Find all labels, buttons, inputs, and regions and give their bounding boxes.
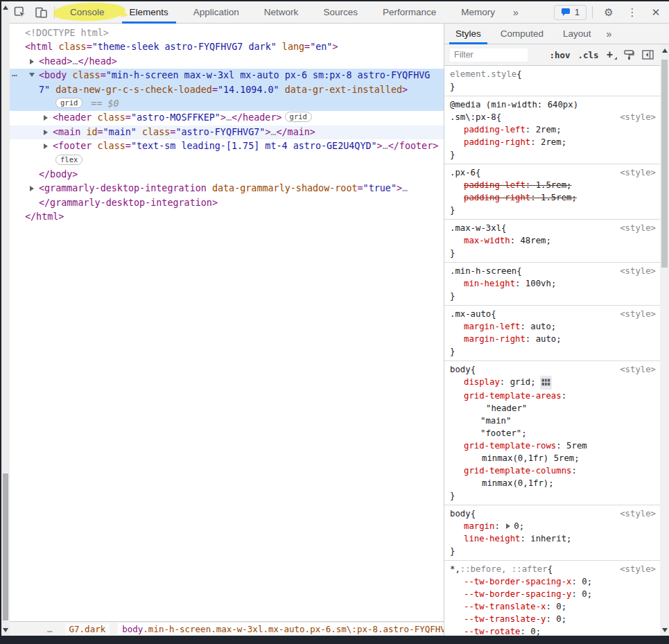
css-property[interactable]: grid-template-areas: xyxy=(450,390,657,402)
expand-shorthand-icon[interactable] xyxy=(506,523,510,529)
inspect-element-icon[interactable] xyxy=(10,1,31,24)
css-property[interactable]: padding-right: 2rem; xyxy=(450,136,657,148)
rule-selector[interactable]: .mx-auto {<style> xyxy=(450,308,657,320)
node-head[interactable]: <head>…</head> xyxy=(10,55,444,69)
page-scrollbar-thumb[interactable] xyxy=(3,473,8,620)
node-html-close[interactable]: </html> xyxy=(10,210,444,224)
node-grammarly-close[interactable]: </grammarly-desktop-integration> xyxy=(10,196,444,210)
css-property[interactable]: --tw-rotate: 0; xyxy=(450,625,657,636)
node-overflow-menu-icon[interactable]: ⋯ xyxy=(12,69,17,82)
tab-performance[interactable]: Performance xyxy=(372,1,447,24)
adorner-badge-grid[interactable]: grid xyxy=(55,98,82,108)
stylesheet-link[interactable]: <style> xyxy=(620,363,657,376)
tab-memory[interactable]: Memory xyxy=(450,1,506,24)
tab-console[interactable]: Console xyxy=(59,1,116,24)
stylesheet-link[interactable]: <style> xyxy=(620,563,657,575)
tab-sources[interactable]: Sources xyxy=(312,1,369,24)
kebab-menu-icon[interactable]: ⋮ xyxy=(622,1,643,24)
tab-application[interactable]: Application xyxy=(182,1,250,24)
css-property[interactable]: --tw-translate-x: 0; xyxy=(450,600,657,613)
css-property[interactable]: --tw-translate-y: 0; xyxy=(450,613,657,625)
sidebar-tab-styles[interactable]: Styles xyxy=(446,24,491,44)
rule-selector[interactable]: .px-6 {<style> xyxy=(450,166,657,179)
css-property[interactable]: line-height: inherit; xyxy=(450,532,657,545)
css-property[interactable]: margin-right: auto; xyxy=(450,333,657,345)
css-property[interactable]: margin-left: auto; xyxy=(450,320,657,333)
sidebar-toggle-icon[interactable] xyxy=(642,50,654,60)
rule-selector[interactable]: *, ::before, ::after {<style> xyxy=(450,563,657,575)
node-body-close[interactable]: </body> xyxy=(10,168,444,182)
page-scrollbar[interactable] xyxy=(1,1,10,636)
rule-selector[interactable]: element.style { xyxy=(450,68,657,80)
window-edge-bottom xyxy=(0,636,669,644)
stylesheet-link[interactable]: <style> xyxy=(620,111,657,123)
class-toggle[interactable]: .cls xyxy=(578,50,599,60)
rule-selector[interactable]: body {<style> xyxy=(450,363,657,376)
more-tabs-button[interactable]: » xyxy=(507,7,524,18)
node-html-open[interactable]: <html class="theme-sleek astro-FYQFHVG7 … xyxy=(10,40,444,54)
node-body-open[interactable]: ⋯<body class="min-h-screen max-w-3xl mx-… xyxy=(10,69,444,97)
css-property[interactable]: padding-right: 1.5rem; xyxy=(450,191,657,204)
stylesheet-link[interactable]: <style> xyxy=(620,222,657,234)
css-property[interactable]: display: grid; xyxy=(450,376,657,390)
rendering-paint-icon[interactable] xyxy=(623,49,634,60)
breadcrumb-overflow-left[interactable]: … xyxy=(43,623,57,635)
open-brace: { xyxy=(516,68,521,80)
device-toolbar-icon[interactable] xyxy=(31,1,51,24)
styles-scrollbar[interactable] xyxy=(660,44,669,636)
node-body-adorners[interactable]: grid == $0 xyxy=(10,97,444,111)
node-doctype[interactable]: <!DOCTYPE html> xyxy=(10,26,444,40)
stylesheet-link[interactable]: <style> xyxy=(620,265,657,277)
node-main[interactable]: <main id="main" class="astro-FYQFHVG7">…… xyxy=(10,125,444,139)
rule-selector[interactable]: body {<style> xyxy=(450,507,657,520)
scroll-up-arrow-icon[interactable] xyxy=(3,6,8,10)
node-footer[interactable]: <footer class="text-sm leading-[1.75] mt… xyxy=(10,139,444,153)
pseudo-state-toggle[interactable]: :hov xyxy=(549,50,570,60)
node-grammarly-open[interactable]: <grammarly-desktop-integration data-gram… xyxy=(10,182,444,195)
css-property[interactable]: padding-left: 2rem; xyxy=(450,123,657,136)
issues-button[interactable]: 1 xyxy=(554,5,587,20)
css-property[interactable]: max-width: 48rem; xyxy=(450,234,657,247)
css-property[interactable]: grid-template-columns: xyxy=(450,464,657,477)
rule-selector[interactable]: .max-w-3xl {<style> xyxy=(450,222,657,234)
css-property[interactable]: --tw-border-spacing-y: 0; xyxy=(450,588,657,600)
breadcrumb-body[interactable]: body.min-h-screen.max-w-3xl.mx-auto.px-6… xyxy=(118,623,444,635)
rule-selector[interactable]: .min-h-screen {<style> xyxy=(450,265,657,277)
new-style-rule-button[interactable]: + xyxy=(607,49,613,61)
styles-filter-input[interactable] xyxy=(450,49,528,62)
sidebar-more-tabs-button[interactable]: » xyxy=(601,28,618,40)
node-header[interactable]: <header class="astro-MOSFFKEP">…</header… xyxy=(10,111,444,125)
expand-arrow-icon[interactable] xyxy=(44,130,48,135)
settings-gear-icon[interactable]: ⚙ xyxy=(598,1,619,24)
styles-scroll-down-icon[interactable] xyxy=(662,628,668,632)
expand-arrow-icon[interactable] xyxy=(30,186,34,191)
close-devtools-icon[interactable]: ✕ xyxy=(645,1,666,24)
media-query: @media (min-width: 640px) xyxy=(450,98,657,111)
node-footer-adorner[interactable]: flex xyxy=(10,154,444,168)
sidebar-tab-computed[interactable]: Computed xyxy=(491,24,553,44)
adorner-badge-flex[interactable]: flex xyxy=(55,155,82,165)
css-property[interactable]: grid-template-rows: 5rem xyxy=(450,440,657,452)
expand-arrow-icon[interactable] xyxy=(44,115,48,121)
breadcrumb-html[interactable]: G7.dark xyxy=(65,623,110,635)
stylesheet-link[interactable]: <style> xyxy=(620,507,657,520)
scroll-down-arrow-icon[interactable] xyxy=(3,628,8,632)
css-property[interactable]: min-height: 100vh; xyxy=(450,277,657,290)
stylesheet-link[interactable]: <style> xyxy=(620,308,657,320)
rule-selector[interactable]: .sm\:px-8 {<style> xyxy=(450,111,657,123)
expand-arrow-icon[interactable] xyxy=(30,59,34,64)
css-property[interactable]: --tw-border-spacing-x: 0; xyxy=(450,575,657,588)
expand-arrow-icon[interactable] xyxy=(44,143,48,149)
selector-part: .sm\:px-8 xyxy=(450,111,496,123)
tab-network[interactable]: Network xyxy=(253,1,310,24)
sidebar-tab-layout[interactable]: Layout xyxy=(553,24,601,44)
styles-scroll-up-icon[interactable] xyxy=(662,49,668,53)
grid-editor-icon[interactable] xyxy=(540,376,552,390)
css-property[interactable]: margin: 0; xyxy=(450,520,657,532)
css-property[interactable]: padding-left: 1.5rem; xyxy=(450,179,657,191)
stylesheet-link[interactable]: <style> xyxy=(620,166,657,179)
collapse-arrow-icon[interactable] xyxy=(29,73,35,77)
code-token: class xyxy=(72,70,100,80)
styles-scrollbar-thumb[interactable] xyxy=(661,60,668,268)
adorner-badge-grid[interactable]: grid xyxy=(285,112,312,122)
